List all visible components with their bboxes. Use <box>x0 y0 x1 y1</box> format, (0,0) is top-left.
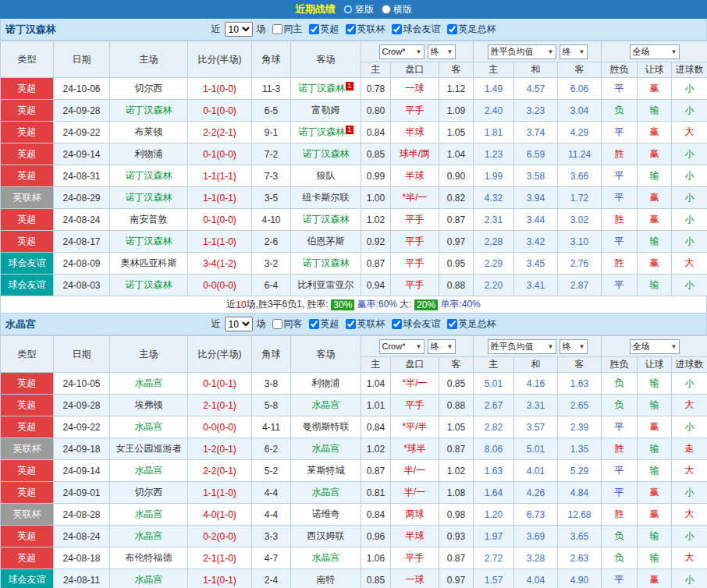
home-team[interactable]: 利物浦 <box>110 143 188 165</box>
vertical-layout-radio[interactable] <box>343 5 353 14</box>
competition-filter-checkbox[interactable] <box>392 319 402 329</box>
match-score[interactable]: 2-1(1-0) <box>188 547 252 569</box>
match-score[interactable]: 3-4(1-2) <box>188 253 252 275</box>
away-team[interactable]: 诺丁汉森林1 <box>291 122 361 143</box>
home-team[interactable]: 诺丁汉森林 <box>110 187 188 209</box>
layout-option-horizontal[interactable]: 横版 <box>382 3 412 16</box>
home-team[interactable]: 切尔西 <box>110 78 188 100</box>
away-team[interactable]: 水晶宫 <box>291 482 361 504</box>
away-team[interactable]: 狼队 <box>291 165 361 187</box>
handicap-line: *球半 <box>391 438 439 460</box>
match-score[interactable]: 0-1(0-0) <box>188 143 252 165</box>
home-team[interactable]: 水晶宫 <box>110 416 188 438</box>
match-score[interactable]: 1-1(0-0) <box>188 78 252 100</box>
away-team[interactable]: 富勒姆 <box>291 100 361 122</box>
match-score[interactable]: 1-1(1-0) <box>188 482 252 504</box>
home-team[interactable]: 埃弗顿 <box>110 395 188 416</box>
away-team[interactable]: 比利亚雷亚尔 <box>291 275 361 296</box>
away-team[interactable]: 伯恩茅斯 <box>291 231 361 253</box>
competition-filter-checkbox[interactable] <box>346 319 356 329</box>
away-team[interactable]: 诺维奇 <box>291 504 361 526</box>
match-score[interactable]: 1-1(1-1) <box>188 165 252 187</box>
avg-final-select[interactable]: 终▼ <box>560 339 588 354</box>
odds-final-select[interactable]: 终▼ <box>428 339 456 354</box>
recent-count-select[interactable]: 10 <box>225 317 253 331</box>
competition-filter[interactable]: 球会友谊 <box>388 23 441 36</box>
competition-filter-checkbox[interactable] <box>309 24 319 34</box>
match-score[interactable]: 0-1(0-0) <box>188 100 252 122</box>
home-team[interactable]: 水晶宫 <box>110 569 188 588</box>
home-team[interactable]: 水晶宫 <box>110 504 188 526</box>
home-team[interactable]: 诺丁汉森林 <box>110 231 188 253</box>
away-team[interactable]: 纽卡斯尔联 <box>291 187 361 209</box>
away-team[interactable]: 水晶宫 <box>291 438 361 460</box>
odds-source-select[interactable]: Crow*▼ <box>379 44 425 59</box>
competition-filter-checkbox[interactable] <box>309 319 319 329</box>
away-team[interactable]: 西汉姆联 <box>291 526 361 547</box>
same-venue-filter[interactable]: 同客 <box>268 317 303 331</box>
home-team[interactable]: 水晶宫 <box>110 373 188 395</box>
competition-filter-checkbox[interactable] <box>447 24 457 34</box>
match-score[interactable]: 0-0(0-0) <box>188 416 252 438</box>
home-team[interactable]: 奥林匹亚科斯 <box>110 253 188 275</box>
result-handicap: 赢 <box>638 482 672 504</box>
avg-type-select[interactable]: 胜平负均值▼ <box>488 44 556 59</box>
match-score[interactable]: 0-2(0-0) <box>188 526 252 547</box>
home-team[interactable]: 诺丁汉森林 <box>110 275 188 296</box>
result-handicap: 输 <box>638 438 672 460</box>
home-team[interactable]: 水晶宫 <box>110 460 188 482</box>
same-venue-filter-checkbox[interactable] <box>272 24 282 34</box>
away-team[interactable]: 南特 <box>291 569 361 588</box>
away-team[interactable]: 诺丁汉森林1 <box>291 78 361 100</box>
competition-filter-checkbox[interactable] <box>447 319 457 329</box>
avg-type-select[interactable]: 胜平负均值▼ <box>488 339 556 354</box>
away-team[interactable]: 水晶宫 <box>291 395 361 416</box>
home-team[interactable]: 水晶宫 <box>110 526 188 547</box>
away-team[interactable]: 曼彻斯特联 <box>291 416 361 438</box>
match-score[interactable]: 2-2(0-1) <box>188 460 252 482</box>
home-team[interactable]: 女王公园巡游者 <box>110 438 188 460</box>
match-score[interactable]: 2-2(2-1) <box>188 122 252 143</box>
same-venue-filter[interactable]: 同主 <box>268 23 303 36</box>
competition-filter[interactable]: 英联杯 <box>342 23 385 36</box>
odds-final-select[interactable]: 终▼ <box>428 44 456 59</box>
home-team[interactable]: 布莱顿 <box>110 122 188 143</box>
match-score[interactable]: 4-0(1-0) <box>188 504 252 526</box>
competition-filter[interactable]: 球会友谊 <box>388 317 441 331</box>
competition-badge: 英联杯 <box>1 438 54 460</box>
away-team[interactable]: 莱斯特城 <box>291 460 361 482</box>
away-team[interactable]: 利物浦 <box>291 373 361 395</box>
odds-source-select[interactable]: Crow*▼ <box>379 339 425 354</box>
horizontal-layout-radio[interactable] <box>382 5 391 14</box>
match-score[interactable]: 1-1(0-1) <box>188 187 252 209</box>
layout-option-vertical[interactable]: 竖版 <box>343 3 374 16</box>
scope-select[interactable]: 全场▼ <box>630 339 680 354</box>
competition-filter[interactable]: 英足总杯 <box>443 23 496 36</box>
scope-select[interactable]: 全场▼ <box>630 44 680 59</box>
recent-count-select[interactable]: 10 <box>225 22 253 37</box>
home-team[interactable]: 切尔西 <box>110 482 188 504</box>
same-venue-filter-checkbox[interactable] <box>272 319 282 329</box>
away-team[interactable]: 诺丁汉森林 <box>291 143 361 165</box>
match-score[interactable]: 0-1(0-0) <box>188 209 252 231</box>
match-score[interactable]: 2-1(0-1) <box>188 395 252 416</box>
match-score[interactable]: 1-1(0-1) <box>188 569 252 588</box>
competition-filter-checkbox[interactable] <box>346 24 356 34</box>
competition-filter[interactable]: 英超 <box>305 317 339 331</box>
away-team[interactable]: 诺丁汉森林 <box>291 209 361 231</box>
away-team[interactable]: 水晶宫 <box>291 547 361 569</box>
match-score[interactable]: 0-0(0-0) <box>188 275 252 296</box>
match-score[interactable]: 0-1(0-1) <box>188 373 252 395</box>
competition-filter[interactable]: 英足总杯 <box>443 317 496 331</box>
match-score[interactable]: 1-1(1-0) <box>188 231 252 253</box>
competition-filter[interactable]: 英联杯 <box>342 317 385 331</box>
competition-filter[interactable]: 英超 <box>305 23 339 36</box>
away-team[interactable]: 诺丁汉森林 <box>291 253 361 275</box>
avg-final-select[interactable]: 终▼ <box>560 44 588 59</box>
home-team[interactable]: 布伦特福德 <box>110 547 188 569</box>
home-team[interactable]: 诺丁汉森林 <box>110 100 188 122</box>
match-score[interactable]: 1-2(0-1) <box>188 438 252 460</box>
home-team[interactable]: 诺丁汉森林 <box>110 165 188 187</box>
home-team[interactable]: 南安普敦 <box>110 209 188 231</box>
competition-filter-checkbox[interactable] <box>392 24 402 34</box>
